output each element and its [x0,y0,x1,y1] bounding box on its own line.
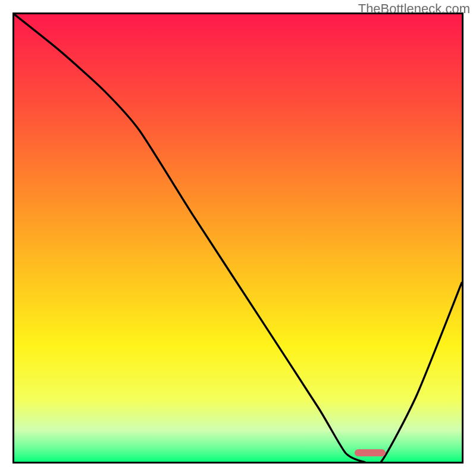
optimal-range-marker [355,449,386,456]
watermark-text: TheBottleneck.com [358,1,470,17]
chart-frame: TheBottleneck.com [0,0,476,476]
bottleneck-curve [14,14,462,462]
plot-area [12,12,464,464]
